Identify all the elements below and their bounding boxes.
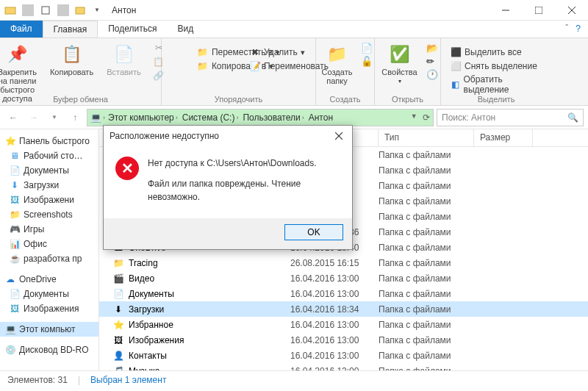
image-icon: 🖼 [9, 194, 21, 206]
properties-button[interactable]: ✅ Свойства ▾ [377, 41, 421, 86]
tree-item[interactable]: 🖥Рабочий сто… [0, 148, 98, 163]
tree-item[interactable]: 📄Документы [0, 287, 98, 301]
file-name: Музыка [129, 366, 159, 371]
titlebar: ▼ Антон [0, 0, 588, 21]
tree-label: Дисковод BD-RO [19, 345, 89, 355]
file-type: Папка с файлами [379, 212, 474, 222]
tree-label: Документы [24, 165, 69, 176]
open-icon[interactable]: 📂 [426, 43, 438, 54]
nav-tree[interactable]: ⭐Панель быстрого🖥Рабочий сто…📄Документы⬇… [0, 129, 99, 370]
new-folder-button[interactable]: 📁 Создать папку [318, 41, 357, 87]
tree-item[interactable]: 💻Этот компьют [0, 322, 98, 337]
forward-button[interactable]: → [25, 109, 43, 126]
props-label: Свойства [381, 68, 417, 76]
group-open-label: Открыть [375, 95, 440, 104]
window-controls [489, 0, 588, 21]
tree-item[interactable]: ⬇Загрузки [0, 178, 98, 193]
maximize-button[interactable] [522, 0, 555, 21]
col-type[interactable]: Тип [379, 129, 474, 146]
file-row[interactable]: 🎵Музыка16.04.2016 13:00Папка с файлами [99, 363, 588, 370]
tree-item[interactable]: 📊Офис [0, 237, 98, 251]
bc-seg-1[interactable]: Система (C:)› [181, 112, 240, 123]
tab-file[interactable]: Файл [0, 21, 43, 37]
office-icon: 📊 [9, 238, 21, 250]
tab-view[interactable]: Вид [167, 21, 204, 37]
file-type: Папка с файлами [379, 165, 474, 176]
select-none-button[interactable]: ⬜Снять выделение [447, 60, 545, 73]
quick-access-toolbar: ▼ [0, 4, 107, 16]
breadcrumb[interactable]: 💻 › Этот компьютер› Система (C:)› Пользо… [87, 109, 434, 126]
bc-dropdown-icon[interactable]: ▼ [411, 112, 417, 123]
tree-item[interactable]: ⭐Панель быстрого [0, 134, 98, 148]
easy-access-icon[interactable]: 🔓 [361, 56, 373, 67]
contacts-icon: 👤 [112, 350, 124, 362]
dropdown-icon[interactable]: ▼ [91, 4, 103, 16]
star-icon: ⭐ [112, 319, 124, 331]
tree-label: Изображения [24, 304, 79, 314]
refresh-icon[interactable]: ⟳ [423, 112, 430, 123]
ribbon-tabs: Файл Главная Поделиться Вид ˆ ? [0, 21, 588, 38]
tree-label: Панель быстрого [19, 136, 90, 146]
invert-selection-button[interactable]: ◧Обратить выделение [447, 73, 545, 96]
col-size[interactable]: Размер [474, 129, 533, 146]
file-type: Папка с файлами [379, 304, 474, 315]
tree-item[interactable]: ☁OneDrive [0, 272, 98, 287]
bc-seg-3[interactable]: Антон [307, 112, 334, 123]
help-icon[interactable]: ? [576, 24, 581, 35]
pc-icon: 💻 [4, 323, 16, 335]
file-row[interactable]: ⬇Загрузки16.04.2016 18:34Папка с файлами [99, 301, 588, 317]
pc-icon: 💻 [90, 112, 101, 123]
minimize-button[interactable] [489, 0, 522, 21]
recent-button[interactable]: ▼ [46, 109, 63, 126]
tree-item[interactable]: 📁Screenshots [0, 207, 98, 222]
new-folder-icon[interactable] [75, 4, 87, 16]
dialog-ok-button[interactable]: OK [284, 224, 343, 240]
up-button[interactable]: ↑ [66, 109, 84, 126]
tree-label: OneDrive [19, 274, 57, 284]
svg-rect-0 [5, 7, 15, 14]
group-clipboard-label: Буфер обмена [0, 95, 161, 104]
tree-item[interactable]: 🖼Изображения [0, 301, 98, 316]
copy-icon: 📋 [60, 43, 84, 66]
edit-icon[interactable]: ✏ [426, 56, 438, 67]
tab-home[interactable]: Главная [43, 21, 98, 37]
file-date: 16.04.2016 13:00 [290, 320, 379, 330]
file-date: 16.04.2016 13:00 [290, 273, 379, 284]
pin-icon: 📌 [6, 43, 29, 66]
tree-item[interactable]: 💿Дисковод BD-RO [0, 342, 98, 357]
back-button[interactable]: ← [4, 109, 22, 126]
copy-label: Копировать [50, 68, 93, 76]
dialog-titlebar: Расположение недоступно [104, 126, 352, 146]
error-icon: ✕ [115, 157, 139, 180]
tree-item[interactable]: 🎮Игры [0, 222, 98, 237]
dialog-message: Нет доступа к C:\Users\Антон\Downloads. … [148, 157, 340, 211]
dialog-close-button[interactable] [331, 129, 346, 143]
collapse-ribbon-icon[interactable]: ˆ [565, 24, 568, 35]
file-row[interactable]: 🖼Изображения16.04.2016 13:00Папка с файл… [99, 332, 588, 348]
svg-rect-2 [76, 7, 85, 14]
tree-item[interactable]: ☕разработка пр [0, 251, 98, 266]
delete-icon: ✖ [249, 46, 261, 58]
file-type: Папка с файлами [379, 181, 474, 191]
bc-seg-0[interactable]: Этот компьютер› [107, 112, 179, 123]
file-row[interactable]: 📄Документы16.04.2016 13:00Папка с файлам… [99, 286, 588, 301]
file-name: Контакты [129, 351, 167, 361]
tree-item[interactable]: 📄Документы [0, 163, 98, 178]
bc-seg-2[interactable]: Пользователи› [241, 112, 305, 123]
history-icon[interactable]: 🕐 [426, 69, 438, 80]
download-icon: ⬇ [112, 304, 124, 315]
file-row[interactable]: ⭐Избранное16.04.2016 13:00Папка с файлам… [99, 317, 588, 332]
tab-share[interactable]: Поделиться [98, 21, 167, 37]
video-icon: 🎬 [112, 273, 124, 284]
new-item-icon[interactable]: 📄 [361, 43, 373, 54]
tree-item[interactable]: 🖼Изображени [0, 193, 98, 207]
file-row[interactable]: 🎬Видео16.04.2016 13:00Папка с файлами [99, 270, 588, 286]
file-row[interactable]: 👤Контакты16.04.2016 13:00Папка с файлами [99, 348, 588, 363]
file-name: Изображения [129, 335, 184, 345]
select-all-button[interactable]: ⬛Выделить все [447, 46, 545, 59]
file-row[interactable]: 📁Tracing26.08.2015 16:15Папка с файлами [99, 255, 588, 270]
search-icon[interactable]: 🔍 [567, 112, 578, 123]
properties-icon[interactable] [40, 4, 51, 16]
close-button[interactable] [555, 0, 588, 21]
search-box[interactable]: Поиск: Антон 🔍 [437, 109, 584, 126]
